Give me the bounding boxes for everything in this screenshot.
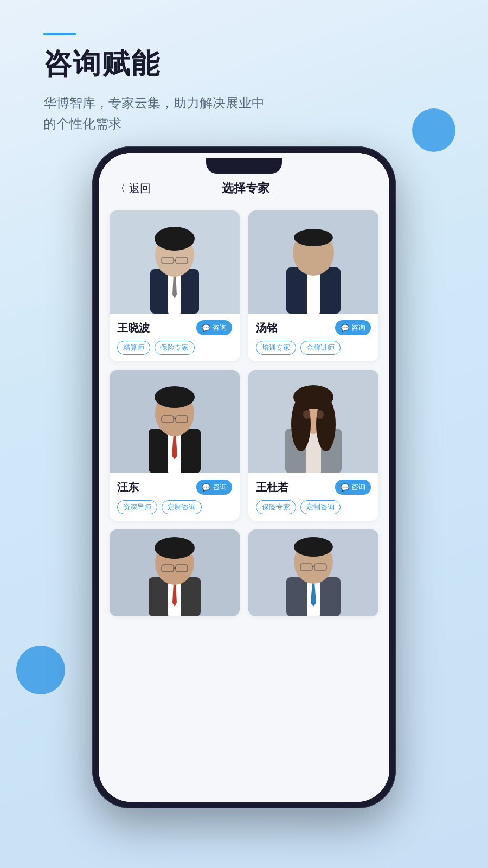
consult-btn-3[interactable]: 💬 咨询 [196,480,232,495]
phone-mockup: 〈 返回 选择专家 [92,146,396,808]
expert-card-5 [110,529,240,616]
expert-photo-5 [110,529,240,616]
expert-info-3: 汪东 💬 咨询 资深导师 定制咨询 [110,473,240,521]
consult-btn-1[interactable]: 💬 咨询 [196,320,232,335]
tag-4-1: 保险专家 [256,500,296,514]
svg-point-19 [155,386,195,408]
consult-label-4: 咨询 [351,482,365,492]
svg-point-37 [155,537,195,559]
svg-point-29 [293,385,333,409]
experts-grid: 王晓波 💬 咨询 精算师 保险专家 [99,206,389,627]
consult-label-3: 咨询 [213,482,227,492]
consult-btn-4[interactable]: 💬 咨询 [335,480,371,495]
expert-card-2: 汤铭 💬 咨询 培训专家 金牌讲师 [248,210,378,361]
page-subtitle: 华博智库，专家云集，助力解决展业中的个性化需求 [43,93,271,135]
expert-photo-4 [248,370,378,473]
decoration-circle-top-right [412,108,455,152]
chat-icon-3: 💬 [202,483,210,492]
expert-tags-1: 精算师 保险专家 [117,341,232,355]
tag-3-2: 定制咨询 [162,500,202,514]
decoration-circle-bottom-left [16,646,65,694]
svg-point-13 [294,229,333,246]
expert-name-1: 王晓波 [117,321,150,335]
svg-point-5 [155,227,195,251]
tag-2-1: 培训专家 [256,341,296,355]
consult-btn-2[interactable]: 💬 咨询 [335,320,371,335]
page-title: 咨询赋能 [43,45,445,83]
expert-photo-1 [110,210,240,314]
expert-info-2: 汤铭 💬 咨询 培训专家 金牌讲师 [248,314,378,361]
expert-name-2: 汤铭 [256,321,278,335]
consult-label-2: 咨询 [351,323,365,333]
svg-point-31 [316,410,324,419]
back-button[interactable]: 〈 返回 [115,181,151,196]
tag-4-2: 定制咨询 [300,500,341,514]
tag-3-1: 资深导师 [117,500,157,514]
consult-label-1: 咨询 [213,323,227,333]
expert-tags-3: 资深导师 定制咨询 [117,500,232,514]
expert-info-1: 王晓波 💬 咨询 精算师 保险专家 [110,314,240,361]
chat-icon-2: 💬 [341,324,349,332]
chat-icon-1: 💬 [202,324,210,332]
expert-card-6 [248,529,378,616]
accent-line [43,33,76,35]
tag-1-2: 保险专家 [155,341,195,355]
expert-card-1: 王晓波 💬 咨询 精算师 保险专家 [110,210,240,361]
chat-icon-4: 💬 [341,483,349,492]
expert-photo-3 [110,370,240,473]
svg-point-46 [294,537,333,557]
expert-name-3: 汪东 [117,480,139,495]
expert-photo-2 [248,210,378,314]
expert-tags-2: 培训专家 金牌讲师 [256,341,371,355]
expert-photo-6 [248,529,378,616]
expert-info-4: 王杜若 💬 咨询 保险专家 定制咨询 [248,473,378,521]
topbar-title: 选择专家 [222,180,269,196]
expert-card-3: 汪东 💬 咨询 资深导师 定制咨询 [110,370,240,521]
expert-card-4: 王杜若 💬 咨询 保险专家 定制咨询 [248,370,378,521]
expert-tags-4: 保险专家 定制咨询 [256,500,371,514]
tag-2-2: 金牌讲师 [300,341,341,355]
tag-1-1: 精算师 [117,341,150,355]
phone-notch [206,158,282,174]
expert-name-4: 王杜若 [256,480,288,495]
svg-point-30 [303,410,311,419]
